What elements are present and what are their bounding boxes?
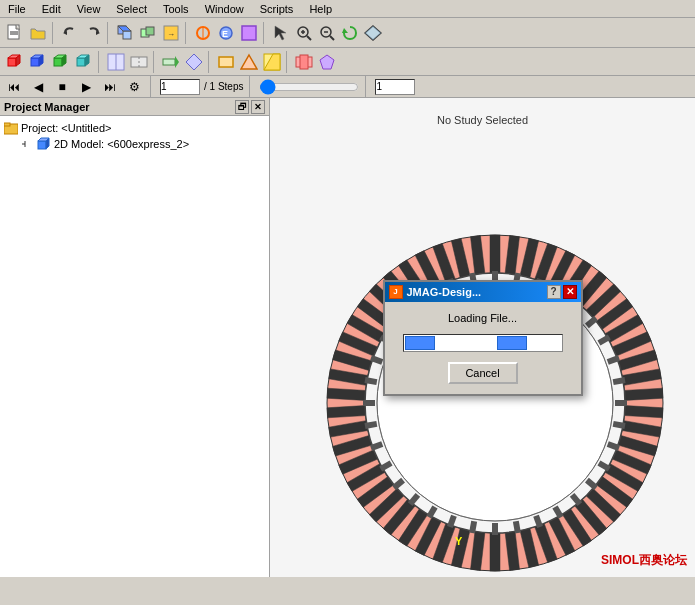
extra-button[interactable] (316, 51, 338, 73)
menu-file[interactable]: File (4, 3, 30, 15)
select-tool[interactable] (270, 22, 292, 44)
svg-rect-9 (146, 27, 154, 35)
new-button[interactable] (4, 22, 26, 44)
step-input-2[interactable] (375, 79, 415, 95)
svg-marker-17 (275, 26, 286, 40)
arrow-shape-button[interactable] (183, 51, 205, 73)
step-play-button[interactable]: ▶ (76, 77, 96, 97)
cancel-button[interactable]: Cancel (448, 362, 518, 384)
sep-1 (52, 22, 56, 44)
view3d-2-button[interactable] (137, 22, 159, 44)
step-input[interactable]: 1 (160, 79, 200, 95)
toolbar-1: → E (0, 18, 695, 48)
redo-button[interactable] (82, 22, 104, 44)
sep-3 (185, 22, 189, 44)
dialog-body: Loading File... Cancel (385, 302, 581, 394)
svg-rect-37 (77, 58, 85, 66)
menu-view[interactable]: View (73, 3, 105, 15)
svg-marker-48 (241, 55, 257, 69)
open-button[interactable] (27, 22, 49, 44)
dialog-help-button[interactable]: ? (547, 285, 561, 299)
dialog-close-button[interactable]: ✕ (563, 285, 577, 299)
sidebar-close-button[interactable]: ✕ (251, 100, 265, 114)
svg-marker-46 (186, 54, 202, 70)
sep-play (150, 76, 154, 98)
refresh-button[interactable] (339, 22, 361, 44)
menu-window[interactable]: Window (201, 3, 248, 15)
rect-button[interactable] (215, 51, 237, 73)
step-stop-button[interactable]: ■ (52, 77, 72, 97)
sep-6 (153, 51, 157, 73)
project-root-item[interactable]: Project: <Untitled> (4, 120, 265, 136)
import-button[interactable]: → (160, 22, 182, 44)
svg-rect-57 (38, 141, 46, 149)
sidebar-content: Project: <Untitled> 2D Model: <600expres… (0, 116, 269, 577)
svg-rect-34 (54, 58, 62, 66)
view3d-1-button[interactable] (114, 22, 136, 44)
stepbar: ⏮ ◀ ■ ▶ ⏭ ⚙ 1 / 1 Steps (0, 76, 695, 98)
loading-text: Loading File... (448, 312, 517, 324)
svg-text:→: → (167, 30, 175, 39)
dialog-overlay: J JMAG-Desig... ? ✕ Loading File... Canc… (270, 98, 695, 577)
menu-tools[interactable]: Tools (159, 3, 193, 15)
model-item[interactable]: 2D Model: <600express_2> (4, 136, 265, 152)
dialog-controls: ? ✕ (547, 285, 577, 299)
cube-red-button[interactable] (4, 51, 26, 73)
dialog-title-text: JMAG-Desig... (407, 286, 482, 298)
menu-select[interactable]: Select (112, 3, 151, 15)
shape-2-button[interactable] (128, 51, 150, 73)
shape-1-button[interactable] (105, 51, 127, 73)
special-shape-button[interactable] (293, 51, 315, 73)
arrow-right-button[interactable] (160, 51, 182, 73)
step-slider[interactable] (259, 80, 359, 94)
cube-blue-button[interactable] (27, 51, 49, 73)
svg-rect-54 (4, 123, 10, 126)
model-name: <600express_2> (107, 138, 189, 150)
step-prev-button[interactable]: ◀ (28, 77, 48, 97)
dialog-titlebar: J JMAG-Desig... ? ✕ (385, 282, 581, 302)
tool-c[interactable] (238, 22, 260, 44)
loading-dialog: J JMAG-Desig... ? ✕ Loading File... Canc… (383, 280, 583, 396)
cube-teal-button[interactable] (73, 51, 95, 73)
zoom-out-button[interactable] (316, 22, 338, 44)
model-label: 2D Model: (54, 138, 104, 150)
sidebar-restore-button[interactable]: 🗗 (235, 100, 249, 114)
sidebar-title: Project Manager (4, 101, 90, 113)
undo-button[interactable] (59, 22, 81, 44)
model-icon (37, 137, 51, 151)
svg-text:E: E (222, 29, 228, 39)
menu-scripts[interactable]: Scripts (256, 3, 298, 15)
toolbar-2 (0, 48, 695, 76)
project-label: Project: (21, 122, 58, 134)
svg-rect-47 (219, 57, 233, 67)
dialog-app-icon: J (389, 285, 403, 299)
bend-shape-button[interactable] (261, 51, 283, 73)
sidebar-header: Project Manager 🗗 ✕ (0, 98, 269, 116)
sep-7 (208, 51, 212, 73)
tool-b[interactable]: E (215, 22, 237, 44)
sep-play3 (365, 76, 369, 98)
sep-play2 (249, 76, 253, 98)
cube-green-button[interactable] (50, 51, 72, 73)
dialog-title-left: J JMAG-Desig... (389, 285, 482, 299)
sep-4 (263, 22, 267, 44)
svg-rect-52 (300, 55, 308, 69)
canvas-area[interactable]: No Study Selected (270, 98, 695, 577)
step-end-button[interactable]: ⏭ (100, 77, 120, 97)
zoom-in-button[interactable] (293, 22, 315, 44)
step-start-button[interactable]: ⏮ (4, 77, 24, 97)
svg-marker-25 (342, 28, 348, 33)
folder-icon (4, 121, 18, 135)
menu-help[interactable]: Help (305, 3, 336, 15)
nav-button[interactable] (362, 22, 384, 44)
menu-edit[interactable]: Edit (38, 3, 65, 15)
svg-rect-16 (242, 26, 256, 40)
expand-icon (20, 137, 34, 151)
svg-marker-27 (365, 26, 381, 40)
svg-rect-28 (8, 58, 16, 66)
tool-a[interactable] (192, 22, 214, 44)
step-settings-button[interactable]: ⚙ (124, 77, 144, 97)
svg-rect-44 (163, 59, 175, 65)
triangle-button[interactable] (238, 51, 260, 73)
svg-rect-31 (31, 58, 39, 66)
